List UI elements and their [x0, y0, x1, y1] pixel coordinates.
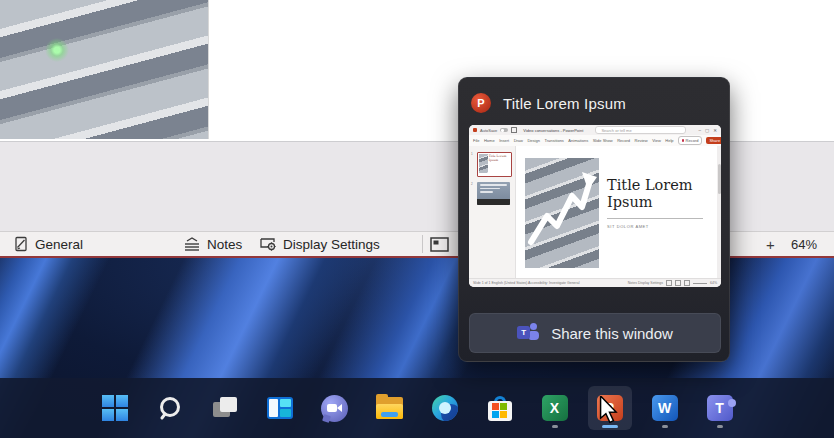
mini-scrollbar: [717, 146, 721, 278]
taskbar-word-button[interactable]: W: [643, 386, 687, 430]
mini-slide-thumbnail-2: [477, 182, 510, 205]
mini-record-label: Record: [686, 138, 699, 143]
slide-stairs-image: [0, 0, 209, 139]
mini-slide-title: Title Lorem Ipsum: [607, 177, 715, 212]
excel-icon: X: [542, 395, 568, 421]
taskbar-file-explorer-button[interactable]: [368, 386, 412, 430]
mini-editor-body: 1 Title Lorem Ipsum 2: [469, 146, 721, 278]
mini-slide-thumbnail-1: Title Lorem Ipsum: [477, 152, 512, 177]
sensitivity-label-icon: [13, 236, 29, 252]
display-settings-label: Display Settings: [283, 237, 380, 252]
normal-view-button[interactable]: [430, 232, 449, 256]
mini-tab-animations: Animations: [568, 138, 588, 143]
mini-tab-file: File: [473, 138, 479, 143]
word-running-indicator: [662, 425, 668, 428]
mini-slide-number-2: 2: [471, 182, 473, 186]
mini-tab-review: Review: [635, 138, 648, 143]
mini-tab-draw: Draw: [514, 138, 523, 143]
mini-share-button: Share: [706, 137, 721, 144]
flyout-header: P Title Lorem Ipsum: [471, 93, 717, 113]
mini-autosave-toggle: [500, 128, 508, 132]
mini-tab-record: Record: [617, 138, 630, 143]
mini-tab-home: Home: [484, 138, 495, 143]
mini-slide-text: Title Lorem Ipsum SIT DOLOR AMET: [607, 177, 715, 229]
mini-titlebar: AutoSave Video conversations - PowerPoin…: [469, 125, 721, 135]
sensitivity-label-button[interactable]: General: [13, 232, 83, 256]
mini-slide-subtitle: SIT DOLOR AMET: [607, 224, 715, 229]
mini-status-right-labels: Notes Display Settings: [628, 281, 663, 285]
mini-view-icon: [666, 280, 672, 286]
mini-zoom-slider: [693, 283, 707, 284]
excel-running-indicator: [552, 425, 558, 428]
taskbar-store-button[interactable]: [478, 386, 522, 430]
chat-icon: [321, 395, 348, 422]
edge-icon: [432, 395, 458, 421]
taskbar-teams-button[interactable]: T: [698, 386, 742, 430]
display-settings-icon: [259, 236, 277, 252]
zoom-in-label: +: [766, 236, 775, 253]
mini-window-title: Video conversations - PowerPoint: [523, 128, 583, 133]
mini-minimize-icon: –: [698, 128, 701, 133]
growth-arrow-graphic: [525, 158, 599, 268]
mini-maximize-icon: ▢: [705, 128, 709, 133]
zoom-in-button[interactable]: +: [766, 232, 775, 256]
taskbar-task-view-button[interactable]: [203, 386, 247, 430]
taskbar-edge-button[interactable]: [423, 386, 467, 430]
mini-zoom-level: 64%: [710, 281, 717, 285]
mini-search-box: Search or tell me: [595, 126, 686, 134]
taskbar-preview-flyout: P Title Lorem Ipsum AutoSave Video conve…: [458, 77, 730, 362]
mini-tab-slideshow: Slide Show: [593, 138, 613, 143]
mini-slide-panel: 1 Title Lorem Ipsum 2: [469, 146, 516, 278]
sensitivity-label-text: General: [35, 237, 83, 252]
mini-record-button: Record: [678, 136, 702, 145]
teams-running-indicator: [717, 425, 723, 428]
zoom-level-button[interactable]: 64%: [791, 232, 817, 256]
mini-tab-insert: Insert: [499, 138, 509, 143]
mouse-cursor: [597, 396, 619, 424]
mini-view-icon: [684, 280, 690, 286]
mini-slide-stairs-image: [525, 158, 599, 268]
powerpoint-active-indicator: [602, 425, 618, 428]
taskbar-excel-button[interactable]: X: [533, 386, 577, 430]
share-this-window-button[interactable]: T Share this window: [469, 313, 721, 353]
mini-save-icon: [511, 127, 517, 133]
mini-tab-transitions: Transitions: [544, 138, 563, 143]
mini-slide-rule: [607, 218, 703, 219]
notes-button[interactable]: Notes: [183, 232, 242, 256]
mini-tab-view: View: [652, 138, 661, 143]
mini-window-controls: – ▢ ✕: [698, 128, 717, 133]
word-icon: W: [652, 395, 678, 421]
share-this-window-label: Share this window: [551, 325, 673, 342]
mini-status-right: Notes Display Settings 64%: [628, 280, 717, 286]
window-thumbnail-preview[interactable]: AutoSave Video conversations - PowerPoin…: [469, 125, 721, 287]
file-explorer-icon: [376, 397, 403, 419]
normal-view-icon: [430, 237, 449, 252]
task-view-icon: [212, 396, 238, 420]
flyout-window-title: Title Lorem Ipsum: [503, 95, 626, 112]
desktop-screen: General Notes: [0, 0, 834, 438]
zoom-level-value: 64%: [791, 237, 817, 252]
mini-tab-help: Help: [665, 138, 673, 143]
widgets-icon: [267, 397, 293, 419]
start-icon: [102, 395, 128, 421]
teams-icon: T: [707, 395, 733, 421]
mini-powerpoint-icon: [473, 128, 477, 132]
mini-tab-design: Design: [527, 138, 539, 143]
powerpoint-app-icon: P: [471, 93, 491, 113]
notes-icon: [183, 236, 201, 252]
mini-slide-number-1: 1: [471, 152, 473, 156]
taskbar-widgets-button[interactable]: [258, 386, 302, 430]
mini-view-icon: [675, 280, 681, 286]
mini-current-slide: Title Lorem Ipsum SIT DOLOR AMET: [525, 151, 717, 277]
notes-label: Notes: [207, 237, 242, 252]
search-icon: [157, 395, 183, 421]
taskbar-start-button[interactable]: [93, 386, 137, 430]
taskbar-chat-button[interactable]: [313, 386, 357, 430]
teams-icon: T: [517, 323, 539, 343]
mini-status-bar: Slide 1 of 1 English (United States) Acc…: [469, 278, 721, 287]
status-bar-separator: [422, 235, 423, 253]
taskbar-search-button[interactable]: [148, 386, 192, 430]
microsoft-store-icon: [488, 396, 512, 421]
display-settings-button[interactable]: Display Settings: [259, 232, 380, 256]
mini-status-left: Slide 1 of 1 English (United States) Acc…: [473, 281, 579, 285]
